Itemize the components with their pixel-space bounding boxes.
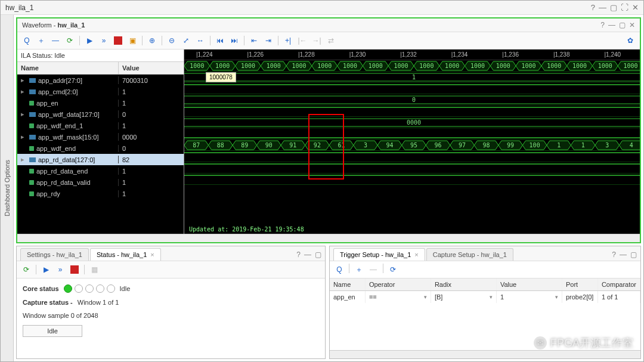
refresh-icon[interactable]: ⟳ bbox=[20, 264, 32, 276]
bus-icon bbox=[29, 89, 36, 94]
signal-row[interactable]: app_wdf_end_11 bbox=[17, 120, 184, 131]
stop-icon[interactable] bbox=[69, 264, 80, 276]
signal-row[interactable]: app_rd_data_end1 bbox=[17, 165, 184, 177]
export-icon[interactable]: ▣ bbox=[126, 35, 138, 47]
svg-text:1000: 1000 bbox=[470, 63, 485, 69]
maximize-icon[interactable]: ▢ bbox=[619, 21, 626, 29]
maximize-icon[interactable]: ▢ bbox=[630, 250, 637, 259]
minimize-icon[interactable]: — bbox=[599, 3, 606, 12]
layout-icon[interactable]: ▦ bbox=[88, 264, 100, 276]
run-all-icon[interactable]: » bbox=[54, 264, 66, 276]
zoom-in-icon[interactable]: ⊕ bbox=[146, 35, 158, 47]
signal-row[interactable]: app_en1 bbox=[17, 97, 184, 109]
signal-row[interactable]: ▸app_addr[27:0]7000310 bbox=[17, 75, 184, 86]
signal-list[interactable]: ▸app_addr[27:0]7000310▸app_cmd[2:0]1app_… bbox=[17, 75, 184, 234]
minimize-icon[interactable]: — bbox=[620, 250, 627, 259]
dashboard-options-tab[interactable]: Dashboard Options bbox=[1, 15, 14, 361]
tab-trigger[interactable]: Trigger Setup - hw_ila_1× bbox=[333, 248, 425, 261]
close-tab-icon[interactable]: × bbox=[150, 251, 154, 258]
signal-row[interactable]: ▸app_wdf_mask[15:0]0000 bbox=[17, 131, 184, 143]
signal-row[interactable]: app_rd_data_valid1 bbox=[17, 177, 184, 188]
next-marker-icon[interactable]: →| bbox=[311, 35, 323, 47]
bit-icon bbox=[29, 191, 34, 196]
add-icon[interactable]: ＋ bbox=[35, 35, 47, 47]
idle-button[interactable]: Idle bbox=[23, 325, 82, 337]
signal-row[interactable]: app_rdy1 bbox=[17, 188, 184, 199]
col-name[interactable]: Name bbox=[330, 279, 366, 290]
stop-icon[interactable] bbox=[112, 35, 124, 47]
run-icon[interactable]: ▶ bbox=[40, 264, 52, 276]
add-icon[interactable]: ＋ bbox=[353, 264, 365, 276]
swap-marker-icon[interactable]: ⇄ bbox=[325, 35, 337, 47]
maximize-icon[interactable]: ⛶ bbox=[621, 3, 628, 12]
col-value[interactable]: Value bbox=[119, 62, 184, 74]
signal-name: app_addr[27:0] bbox=[38, 77, 82, 84]
signal-name: app_wdf_end bbox=[36, 145, 76, 152]
hscrollbar[interactable] bbox=[330, 350, 640, 358]
search-icon[interactable]: Q bbox=[333, 264, 345, 276]
window-title: hw_ila_1 bbox=[5, 4, 591, 12]
close-icon[interactable]: ✕ bbox=[629, 21, 635, 29]
trigger-row[interactable]: app_en ==▾ [B]▾ 1▾ probe2[0] 1 of 1 bbox=[330, 291, 640, 303]
col-value[interactable]: Value bbox=[497, 279, 562, 290]
waveform-view[interactable]: |1,224|1,226|1,228|1,230|1,232|1,234|1,2… bbox=[184, 49, 640, 234]
signal-value: 1 bbox=[119, 100, 184, 107]
col-port[interactable]: Port bbox=[562, 279, 598, 290]
go-to-cursor-icon[interactable]: ↔ bbox=[194, 35, 206, 47]
svg-text:1000: 1000 bbox=[496, 63, 510, 69]
next-edge-icon[interactable]: ⇥ bbox=[262, 35, 274, 47]
cell-value[interactable]: 1▾ bbox=[497, 291, 562, 303]
help-icon[interactable]: ? bbox=[591, 3, 595, 12]
run-icon[interactable]: ▶ bbox=[83, 35, 95, 47]
signal-row[interactable]: ▸app_wdf_data[127:0]0 bbox=[17, 109, 184, 120]
chevron-down-icon: ▾ bbox=[555, 294, 558, 300]
first-icon[interactable]: ⏮ bbox=[214, 35, 226, 47]
close-icon[interactable]: ✕ bbox=[632, 3, 639, 12]
bus-icon bbox=[29, 157, 36, 162]
col-name[interactable]: Name bbox=[17, 62, 119, 74]
remove-icon[interactable]: — bbox=[49, 35, 61, 47]
signal-value: 0 bbox=[119, 145, 184, 152]
close-tab-icon[interactable]: × bbox=[414, 251, 418, 258]
col-radix[interactable]: Radix bbox=[431, 279, 497, 290]
signal-row[interactable]: ▸app_cmd[2:0]1 bbox=[17, 86, 184, 97]
minimize-icon[interactable]: — bbox=[608, 21, 615, 29]
prev-marker-icon[interactable]: |← bbox=[296, 35, 308, 47]
zoom-fit-icon[interactable]: ⤢ bbox=[180, 35, 192, 47]
zoom-out-icon[interactable]: ⊖ bbox=[166, 35, 178, 47]
remove-icon[interactable]: — bbox=[367, 264, 379, 276]
add-marker-icon[interactable]: +| bbox=[282, 35, 294, 47]
tab-settings[interactable]: Settings - hw_ila_1 bbox=[20, 248, 89, 261]
col-operator[interactable]: Operator bbox=[366, 279, 431, 290]
tab-capture[interactable]: Capture Setup - hw_ila_1 bbox=[426, 248, 513, 261]
signal-row[interactable]: app_wdf_end0 bbox=[17, 143, 184, 154]
restore-icon[interactable]: ▢ bbox=[610, 3, 617, 12]
cell-name: app_en bbox=[330, 291, 366, 303]
signal-value: 1 bbox=[119, 168, 184, 175]
help-icon[interactable]: ? bbox=[296, 250, 301, 259]
chevron-down-icon: ▾ bbox=[424, 294, 427, 300]
core-status-label: Core status bbox=[23, 285, 59, 292]
refresh-icon[interactable]: ⟳ bbox=[64, 35, 76, 47]
col-comparator[interactable]: Comparator bbox=[598, 279, 640, 290]
signal-row[interactable]: ▸app_rd_data[127:0]82 bbox=[17, 154, 184, 165]
titlebar: hw_ila_1 ? — ▢ ⛶ ✕ bbox=[1, 1, 643, 15]
settings-icon[interactable]: ✿ bbox=[624, 35, 636, 47]
bus-icon bbox=[29, 112, 36, 117]
cell-radix[interactable]: [B]▾ bbox=[431, 291, 497, 303]
svg-text:1000: 1000 bbox=[419, 63, 434, 69]
tab-status[interactable]: Status - hw_ila_1× bbox=[90, 248, 161, 261]
cell-operator[interactable]: ==▾ bbox=[366, 291, 431, 303]
run-all-icon[interactable]: » bbox=[98, 35, 110, 47]
refresh-icon[interactable]: ⟳ bbox=[387, 264, 399, 276]
minimize-icon[interactable]: — bbox=[304, 250, 311, 259]
help-icon[interactable]: ? bbox=[612, 250, 616, 259]
maximize-icon[interactable]: ▢ bbox=[315, 250, 321, 259]
waveform-row: 8788899091926139495969798991001134 bbox=[184, 140, 640, 151]
help-icon[interactable]: ? bbox=[600, 21, 605, 29]
last-icon[interactable]: ⏭ bbox=[228, 35, 240, 47]
hscrollbar[interactable] bbox=[17, 234, 640, 242]
svg-text:0000: 0000 bbox=[407, 119, 421, 126]
prev-edge-icon[interactable]: ⇤ bbox=[248, 35, 260, 47]
search-icon[interactable]: Q bbox=[21, 35, 33, 47]
